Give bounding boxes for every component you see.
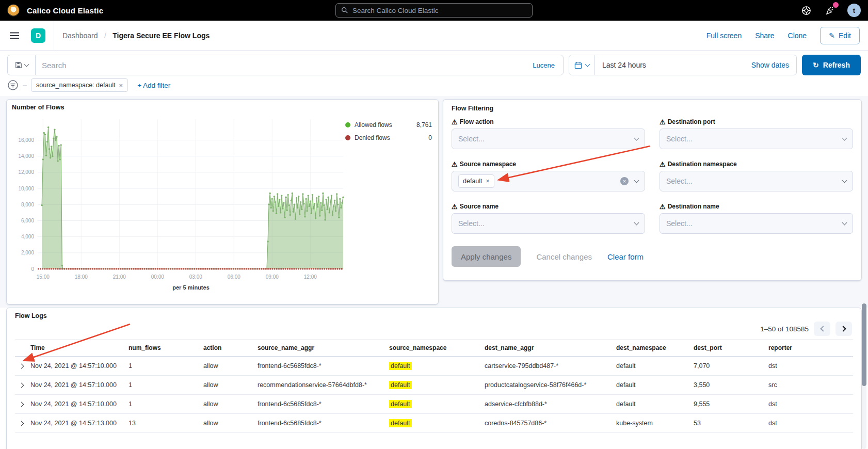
chevron-down-icon: [634, 220, 639, 225]
highlighted-value: default: [389, 381, 412, 389]
remove-filter-icon[interactable]: ×: [119, 82, 123, 89]
cell-reporter: dst: [768, 357, 853, 376]
legend-item-allowed-flows[interactable]: Allowed flows8,761: [345, 121, 432, 129]
expand-row-button[interactable]: [15, 414, 30, 433]
next-page-button[interactable]: [835, 322, 852, 336]
col-source-name-aggr[interactable]: source_name_aggr: [258, 339, 389, 357]
col-action[interactable]: action: [203, 339, 258, 357]
add-filter-button[interactable]: + Add filter: [137, 82, 170, 89]
chevron-right-icon: [19, 382, 24, 388]
col-reporter[interactable]: reporter: [768, 339, 853, 357]
cell-dest-name-aggr: adservice-cfcbfb88d-*: [485, 395, 616, 414]
legend-label: Allowed flows: [355, 121, 392, 129]
field-source-namespace: ⚠Source namespacedefault××: [452, 161, 645, 191]
svg-text:16,000: 16,000: [18, 137, 34, 143]
field-destination-port: ⚠Destination portSelect...: [660, 118, 853, 149]
warning-icon: ⚠: [660, 119, 666, 125]
warning-icon: ⚠: [660, 161, 666, 168]
highlighted-value: default: [389, 400, 412, 408]
clone-button[interactable]: Clone: [788, 31, 807, 40]
flow-action-select[interactable]: Select...: [452, 129, 645, 149]
clear-selection-icon[interactable]: ×: [620, 177, 629, 185]
refresh-icon: ↻: [813, 61, 819, 69]
filter-pill-source-namespace[interactable]: source_namespace: default ×: [31, 78, 128, 92]
cell-source-name-aggr: frontend-6c5685fdc8-*: [258, 414, 389, 433]
flow-logs-table: Timenum_flowsactionsource_name_aggrsourc…: [15, 339, 853, 433]
prev-page-button[interactable]: [814, 322, 830, 336]
menu-icon[interactable]: [8, 29, 21, 42]
filter-menu-icon[interactable]: [7, 79, 19, 91]
cell-source-name-aggr: frontend-6c5685fdc8-*: [258, 357, 389, 376]
breadcrumb-dashboard[interactable]: Dashboard: [62, 31, 98, 40]
svg-text:06:00: 06:00: [228, 274, 240, 280]
full-screen-button[interactable]: Full screen: [706, 31, 742, 40]
source-name-select[interactable]: Select...: [452, 213, 645, 234]
warning-icon: ⚠: [452, 161, 458, 168]
chevron-down-icon: [24, 61, 29, 67]
time-range-value[interactable]: Last 24 hours: [595, 61, 653, 69]
cell-source-namespace: default: [389, 357, 485, 376]
apply-changes-button[interactable]: Apply changes: [452, 246, 521, 267]
legend-item-denied-flows[interactable]: Denied flows0: [345, 134, 432, 141]
calendar-icon: [574, 61, 582, 69]
search-input[interactable]: Search Lucene: [36, 55, 563, 75]
cancel-changes-button[interactable]: Cancel changes: [536, 252, 592, 261]
selected-tag[interactable]: default×: [458, 174, 494, 188]
clear-form-button[interactable]: Clear form: [607, 252, 644, 261]
edit-button[interactable]: ✎ Edit: [820, 27, 860, 44]
select-placeholder: Select...: [666, 219, 693, 228]
chevron-right-icon: [840, 326, 846, 331]
chart-legend: Allowed flows8,761Denied flows0: [345, 121, 432, 147]
search-icon: [341, 7, 348, 14]
field-destination-name: ⚠Destination nameSelect...: [660, 203, 853, 234]
avatar[interactable]: t: [847, 4, 861, 17]
help-icon[interactable]: [800, 4, 812, 17]
cell-source-name-aggr: frontend-6c5685fdc8-*: [258, 395, 389, 414]
source-namespace-select[interactable]: default××: [452, 171, 645, 191]
panel-title: Flow Logs: [15, 312, 853, 319]
expand-row-button[interactable]: [15, 395, 30, 414]
expand-row-button[interactable]: [15, 357, 30, 376]
chevron-down-icon: [585, 61, 590, 67]
destination-namespace-select[interactable]: Select...: [660, 171, 853, 191]
col-dest-port[interactable]: dest_port: [694, 339, 768, 357]
warning-icon: ⚠: [660, 203, 666, 210]
destination-port-select[interactable]: Select...: [660, 129, 853, 149]
legend-dot: [345, 122, 350, 127]
col-source-namespace[interactable]: source_namespace: [389, 339, 485, 357]
chevron-down-icon: [842, 178, 847, 183]
refresh-button[interactable]: ↻ Refresh: [802, 55, 861, 75]
pencil-icon: ✎: [829, 31, 835, 40]
panel-title: Number of Flows: [12, 104, 433, 111]
saved-query-button[interactable]: [8, 55, 36, 75]
show-dates-button[interactable]: Show dates: [751, 61, 796, 69]
col-dest-namespace[interactable]: dest_namespace: [616, 339, 694, 357]
field-flow-action: ⚠Flow actionSelect...: [452, 118, 645, 149]
legend-dot: [345, 135, 350, 140]
global-search-placeholder: Search Calico Cloud Elastic: [352, 7, 439, 14]
col-time[interactable]: Time: [30, 339, 128, 357]
destination-name-select[interactable]: Select...: [660, 213, 853, 234]
remove-tag-icon[interactable]: ×: [486, 178, 490, 185]
flow-filtering-form: ⚠Flow actionSelect...⚠Destination portSe…: [452, 118, 853, 234]
newsfeed-icon[interactable]: [824, 4, 836, 17]
flows-area-chart[interactable]: 02,0004,0006,0008,00010,00012,00014,0001…: [12, 113, 347, 283]
query-syntax-toggle[interactable]: Lucene: [533, 61, 557, 69]
col-dest-name-aggr[interactable]: dest_name_aggr: [485, 339, 616, 357]
panel-title: Flow Filtering: [452, 105, 853, 112]
cell-action: allow: [203, 395, 258, 414]
dashboard-app-badge[interactable]: D: [31, 28, 45, 43]
share-button[interactable]: Share: [755, 31, 774, 40]
page-scrollbar[interactable]: [862, 303, 866, 449]
col-num-flows[interactable]: num_flows: [128, 339, 203, 357]
field-label: ⚠Flow action: [452, 118, 645, 125]
cell-source-namespace: default: [389, 376, 485, 395]
chevron-right-icon: [19, 421, 24, 426]
global-search-input[interactable]: Search Calico Cloud Elastic: [335, 3, 533, 18]
scrollbar-thumb[interactable]: [862, 303, 866, 386]
pagination: 1–50 of 108585: [16, 322, 852, 336]
date-quick-select-button[interactable]: [569, 55, 595, 75]
svg-text:18:00: 18:00: [75, 274, 88, 280]
expand-row-button[interactable]: [15, 376, 30, 395]
flow-filtering-panel: Flow Filtering ⚠Flow actionSelect...⚠Des…: [443, 99, 862, 281]
